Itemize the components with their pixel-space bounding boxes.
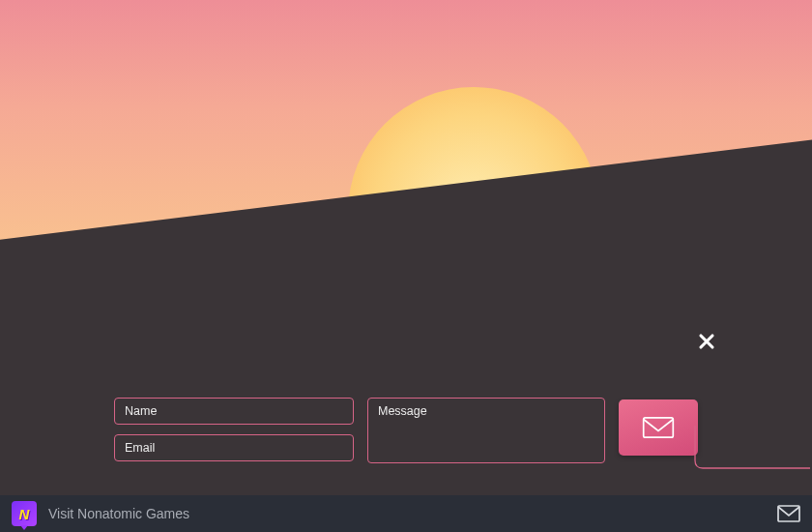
footer-mail-button[interactable]	[777, 505, 800, 522]
email-input[interactable]	[114, 434, 354, 461]
footer-link[interactable]: Visit Nonatomic Games	[48, 506, 189, 521]
close-button[interactable]	[696, 331, 717, 352]
svg-rect-0	[644, 418, 674, 437]
message-input[interactable]	[367, 398, 605, 463]
form-left-column	[114, 398, 354, 463]
close-icon	[698, 333, 715, 350]
send-button[interactable]	[619, 399, 698, 456]
contact-form	[114, 398, 698, 463]
app-root: N Visit Nonatomic Games	[0, 0, 812, 532]
envelope-icon	[777, 505, 800, 522]
svg-rect-1	[778, 506, 799, 521]
brand-logo-letter: N	[19, 506, 30, 522]
envelope-icon	[642, 415, 675, 440]
brand-logo[interactable]: N	[12, 501, 37, 526]
name-input[interactable]	[114, 398, 354, 425]
footer-bar: N Visit Nonatomic Games	[0, 495, 812, 532]
